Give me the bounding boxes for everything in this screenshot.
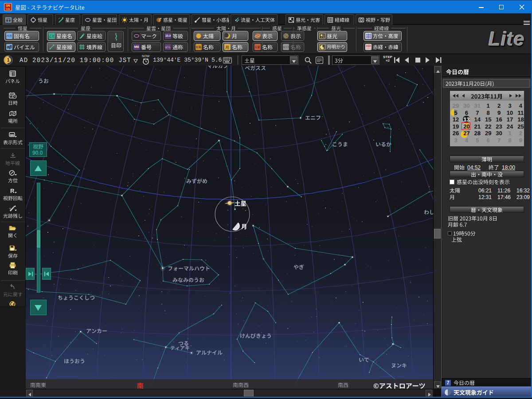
svg-text:R: R — [10, 188, 15, 194]
svg-text:2000: 2000 — [366, 47, 372, 50]
